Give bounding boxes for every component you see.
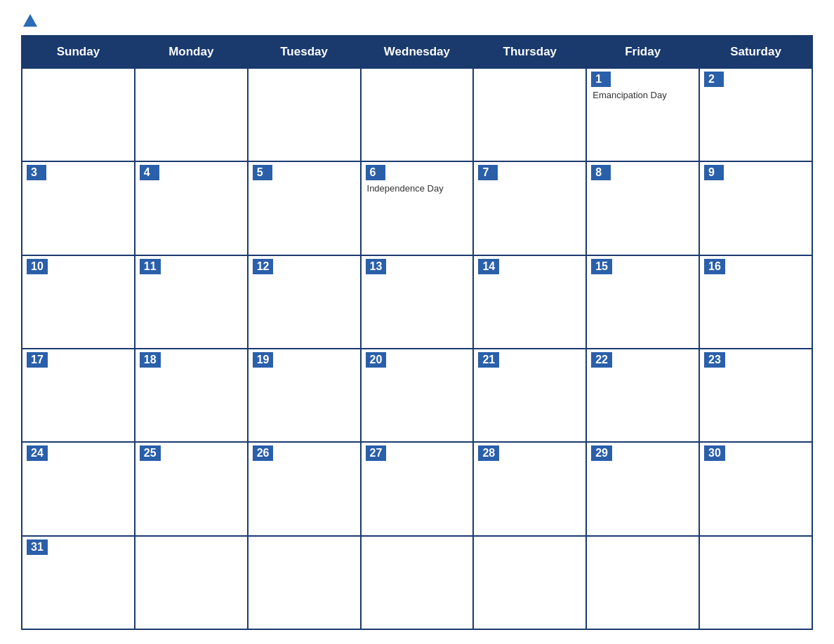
day-number: 23 — [704, 352, 725, 368]
day-number: 18 — [140, 352, 161, 368]
week-row-1: 1Emancipation Day2 — [22, 68, 812, 161]
week-row-2: 3456Independence Day789 — [22, 161, 812, 255]
day-number: 29 — [591, 445, 612, 461]
calendar-cell: 10 — [22, 255, 135, 349]
calendar-cell: 25 — [135, 442, 248, 535]
calendar-header — [21, 14, 813, 28]
day-number: 3 — [27, 165, 46, 180]
calendar-cell: 13 — [361, 255, 474, 349]
calendar-cell — [473, 68, 586, 161]
day-number: 12 — [253, 259, 274, 274]
day-number: 27 — [366, 445, 387, 461]
calendar-cell: 4 — [135, 161, 248, 255]
calendar-cell: 12 — [248, 255, 361, 349]
calendar-cell: 22 — [586, 349, 699, 442]
day-number: 2 — [704, 72, 724, 87]
calendar-cell: 14 — [473, 255, 586, 349]
day-number: 17 — [27, 352, 48, 368]
calendar-cell: 17 — [22, 349, 135, 442]
day-number: 31 — [27, 539, 48, 555]
calendar-cell — [248, 68, 361, 161]
column-header-sunday: Sunday — [22, 36, 135, 68]
calendar-cell: 20 — [361, 349, 474, 442]
day-number: 1 — [591, 72, 611, 87]
logo-triangle-icon — [23, 14, 37, 27]
day-number: 9 — [704, 165, 724, 180]
day-number: 13 — [366, 259, 387, 274]
calendar-cell — [22, 68, 135, 161]
calendar-cell: 9 — [699, 161, 812, 255]
calendar-header-row: SundayMondayTuesdayWednesdayThursdayFrid… — [22, 36, 812, 68]
day-number: 10 — [27, 259, 48, 274]
calendar-cell: 1Emancipation Day — [586, 68, 699, 161]
calendar-cell: 8 — [586, 161, 699, 255]
calendar-cell — [699, 536, 812, 629]
day-number: 19 — [253, 352, 274, 368]
calendar-cell: 18 — [135, 349, 248, 442]
day-number: 6 — [366, 165, 385, 180]
calendar-cell: 26 — [248, 442, 361, 535]
column-header-thursday: Thursday — [473, 36, 586, 68]
column-header-saturday: Saturday — [699, 36, 812, 68]
calendar-cell: 30 — [699, 442, 812, 535]
calendar-cell: 7 — [473, 161, 586, 255]
calendar-cell: 6Independence Day — [361, 161, 474, 255]
calendar-cell — [361, 536, 474, 629]
column-header-monday: Monday — [135, 36, 248, 68]
week-row-3: 10111213141516 — [22, 255, 812, 349]
calendar-cell: 5 — [248, 161, 361, 255]
column-header-friday: Friday — [586, 36, 699, 68]
calendar-cell — [473, 536, 586, 629]
column-header-tuesday: Tuesday — [248, 36, 361, 68]
calendar-cell: 3 — [22, 161, 135, 255]
holiday-label: Emancipation Day — [591, 90, 694, 100]
calendar-cell — [361, 68, 474, 161]
calendar-cell: 29 — [586, 442, 699, 535]
day-number: 20 — [366, 352, 387, 368]
calendar-cell: 15 — [586, 255, 699, 349]
holiday-label: Independence Day — [366, 183, 469, 194]
day-number: 14 — [478, 259, 499, 274]
calendar-cell — [135, 536, 248, 629]
day-number: 21 — [478, 352, 499, 368]
calendar-cell — [248, 536, 361, 629]
calendar-cell: 31 — [22, 536, 135, 629]
column-header-wednesday: Wednesday — [361, 36, 474, 68]
day-number: 16 — [704, 259, 725, 274]
day-number: 7 — [478, 165, 498, 180]
calendar-cell: 23 — [699, 349, 812, 442]
day-number: 25 — [140, 445, 161, 461]
calendar-cell: 28 — [473, 442, 586, 535]
calendar-cell: 2 — [699, 68, 812, 161]
logo — [21, 14, 37, 28]
day-number: 24 — [27, 445, 48, 461]
week-row-4: 17181920212223 — [22, 349, 812, 442]
day-number: 30 — [704, 445, 725, 461]
day-number: 15 — [591, 259, 612, 274]
calendar-cell: 19 — [248, 349, 361, 442]
day-number: 8 — [591, 165, 611, 180]
day-number: 26 — [253, 445, 274, 461]
calendar-cell: 21 — [473, 349, 586, 442]
calendar-cell — [586, 536, 699, 629]
day-number: 22 — [591, 352, 612, 368]
calendar-cell: 27 — [361, 442, 474, 535]
logo-blue-text — [21, 14, 37, 28]
week-row-5: 24252627282930 — [22, 442, 812, 535]
calendar-cell: 11 — [135, 255, 248, 349]
day-number: 5 — [253, 165, 272, 180]
day-number: 4 — [140, 165, 159, 180]
calendar-cell: 16 — [699, 255, 812, 349]
week-row-6: 31 — [22, 536, 812, 629]
day-number: 28 — [478, 445, 499, 461]
calendar-table: SundayMondayTuesdayWednesdayThursdayFrid… — [21, 35, 813, 630]
calendar-cell: 24 — [22, 442, 135, 535]
day-number: 11 — [140, 259, 161, 274]
calendar-cell — [135, 68, 248, 161]
